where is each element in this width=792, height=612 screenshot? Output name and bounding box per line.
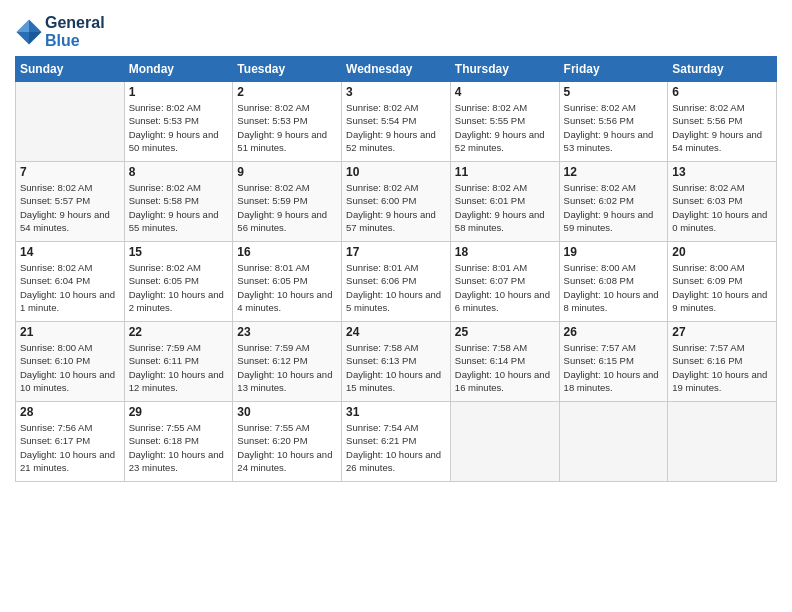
calendar-week-row: 14Sunrise: 8:02 AMSunset: 6:04 PMDayligh… — [16, 242, 777, 322]
logo-icon — [15, 18, 43, 46]
day-info: Sunrise: 8:01 AMSunset: 6:07 PMDaylight:… — [455, 261, 555, 314]
day-info: Sunrise: 7:54 AMSunset: 6:21 PMDaylight:… — [346, 421, 446, 474]
weekday-header-row: SundayMondayTuesdayWednesdayThursdayFrid… — [16, 57, 777, 82]
page-container: General Blue SundayMondayTuesdayWednesda… — [0, 0, 792, 492]
day-number: 14 — [20, 245, 120, 259]
day-info: Sunrise: 8:02 AMSunset: 5:56 PMDaylight:… — [564, 101, 664, 154]
day-info: Sunrise: 7:59 AMSunset: 6:11 PMDaylight:… — [129, 341, 229, 394]
calendar-week-row: 21Sunrise: 8:00 AMSunset: 6:10 PMDayligh… — [16, 322, 777, 402]
day-info: Sunrise: 8:02 AMSunset: 5:54 PMDaylight:… — [346, 101, 446, 154]
calendar-cell: 17Sunrise: 8:01 AMSunset: 6:06 PMDayligh… — [342, 242, 451, 322]
day-info: Sunrise: 7:59 AMSunset: 6:12 PMDaylight:… — [237, 341, 337, 394]
day-info: Sunrise: 8:02 AMSunset: 6:01 PMDaylight:… — [455, 181, 555, 234]
calendar-cell: 31Sunrise: 7:54 AMSunset: 6:21 PMDayligh… — [342, 402, 451, 482]
calendar-cell: 14Sunrise: 8:02 AMSunset: 6:04 PMDayligh… — [16, 242, 125, 322]
day-info: Sunrise: 8:02 AMSunset: 5:53 PMDaylight:… — [237, 101, 337, 154]
day-number: 28 — [20, 405, 120, 419]
day-number: 23 — [237, 325, 337, 339]
calendar-cell: 3Sunrise: 8:02 AMSunset: 5:54 PMDaylight… — [342, 82, 451, 162]
weekday-header-sunday: Sunday — [16, 57, 125, 82]
day-number: 16 — [237, 245, 337, 259]
calendar-cell: 4Sunrise: 8:02 AMSunset: 5:55 PMDaylight… — [450, 82, 559, 162]
calendar-cell: 20Sunrise: 8:00 AMSunset: 6:09 PMDayligh… — [668, 242, 777, 322]
calendar-cell: 21Sunrise: 8:00 AMSunset: 6:10 PMDayligh… — [16, 322, 125, 402]
day-info: Sunrise: 8:00 AMSunset: 6:10 PMDaylight:… — [20, 341, 120, 394]
day-number: 13 — [672, 165, 772, 179]
day-info: Sunrise: 7:56 AMSunset: 6:17 PMDaylight:… — [20, 421, 120, 474]
calendar-cell: 7Sunrise: 8:02 AMSunset: 5:57 PMDaylight… — [16, 162, 125, 242]
day-number: 9 — [237, 165, 337, 179]
day-number: 25 — [455, 325, 555, 339]
weekday-header-friday: Friday — [559, 57, 668, 82]
svg-marker-3 — [29, 32, 42, 45]
weekday-header-tuesday: Tuesday — [233, 57, 342, 82]
day-number: 20 — [672, 245, 772, 259]
calendar-cell — [450, 402, 559, 482]
day-info: Sunrise: 8:02 AMSunset: 6:00 PMDaylight:… — [346, 181, 446, 234]
svg-marker-0 — [29, 19, 42, 32]
day-info: Sunrise: 8:02 AMSunset: 6:03 PMDaylight:… — [672, 181, 772, 234]
calendar-cell: 22Sunrise: 7:59 AMSunset: 6:11 PMDayligh… — [124, 322, 233, 402]
calendar-cell: 2Sunrise: 8:02 AMSunset: 5:53 PMDaylight… — [233, 82, 342, 162]
header: General Blue — [15, 10, 777, 50]
calendar-cell: 29Sunrise: 7:55 AMSunset: 6:18 PMDayligh… — [124, 402, 233, 482]
day-info: Sunrise: 8:02 AMSunset: 6:05 PMDaylight:… — [129, 261, 229, 314]
day-info: Sunrise: 8:01 AMSunset: 6:06 PMDaylight:… — [346, 261, 446, 314]
svg-marker-2 — [16, 32, 29, 45]
day-info: Sunrise: 8:02 AMSunset: 5:55 PMDaylight:… — [455, 101, 555, 154]
day-number: 19 — [564, 245, 664, 259]
day-info: Sunrise: 7:58 AMSunset: 6:13 PMDaylight:… — [346, 341, 446, 394]
day-info: Sunrise: 7:57 AMSunset: 6:16 PMDaylight:… — [672, 341, 772, 394]
day-number: 5 — [564, 85, 664, 99]
day-info: Sunrise: 8:02 AMSunset: 6:04 PMDaylight:… — [20, 261, 120, 314]
calendar-cell: 30Sunrise: 7:55 AMSunset: 6:20 PMDayligh… — [233, 402, 342, 482]
calendar-week-row: 28Sunrise: 7:56 AMSunset: 6:17 PMDayligh… — [16, 402, 777, 482]
calendar-cell: 19Sunrise: 8:00 AMSunset: 6:08 PMDayligh… — [559, 242, 668, 322]
calendar-cell: 28Sunrise: 7:56 AMSunset: 6:17 PMDayligh… — [16, 402, 125, 482]
day-info: Sunrise: 7:57 AMSunset: 6:15 PMDaylight:… — [564, 341, 664, 394]
calendar-table: SundayMondayTuesdayWednesdayThursdayFrid… — [15, 56, 777, 482]
day-number: 26 — [564, 325, 664, 339]
calendar-cell: 26Sunrise: 7:57 AMSunset: 6:15 PMDayligh… — [559, 322, 668, 402]
day-info: Sunrise: 8:02 AMSunset: 6:02 PMDaylight:… — [564, 181, 664, 234]
calendar-cell: 25Sunrise: 7:58 AMSunset: 6:14 PMDayligh… — [450, 322, 559, 402]
calendar-cell: 23Sunrise: 7:59 AMSunset: 6:12 PMDayligh… — [233, 322, 342, 402]
day-number: 11 — [455, 165, 555, 179]
calendar-cell: 24Sunrise: 7:58 AMSunset: 6:13 PMDayligh… — [342, 322, 451, 402]
day-number: 30 — [237, 405, 337, 419]
calendar-cell: 5Sunrise: 8:02 AMSunset: 5:56 PMDaylight… — [559, 82, 668, 162]
day-info: Sunrise: 8:02 AMSunset: 5:58 PMDaylight:… — [129, 181, 229, 234]
day-number: 2 — [237, 85, 337, 99]
day-number: 8 — [129, 165, 229, 179]
calendar-cell: 9Sunrise: 8:02 AMSunset: 5:59 PMDaylight… — [233, 162, 342, 242]
day-number: 1 — [129, 85, 229, 99]
calendar-cell: 27Sunrise: 7:57 AMSunset: 6:16 PMDayligh… — [668, 322, 777, 402]
calendar-cell: 15Sunrise: 8:02 AMSunset: 6:05 PMDayligh… — [124, 242, 233, 322]
day-number: 4 — [455, 85, 555, 99]
day-info: Sunrise: 8:00 AMSunset: 6:09 PMDaylight:… — [672, 261, 772, 314]
day-number: 21 — [20, 325, 120, 339]
day-number: 31 — [346, 405, 446, 419]
day-number: 24 — [346, 325, 446, 339]
logo: General Blue — [15, 14, 105, 50]
weekday-header-saturday: Saturday — [668, 57, 777, 82]
calendar-cell: 16Sunrise: 8:01 AMSunset: 6:05 PMDayligh… — [233, 242, 342, 322]
logo-text: General Blue — [45, 14, 105, 50]
weekday-header-thursday: Thursday — [450, 57, 559, 82]
day-info: Sunrise: 8:02 AMSunset: 5:56 PMDaylight:… — [672, 101, 772, 154]
calendar-cell: 12Sunrise: 8:02 AMSunset: 6:02 PMDayligh… — [559, 162, 668, 242]
day-info: Sunrise: 8:00 AMSunset: 6:08 PMDaylight:… — [564, 261, 664, 314]
calendar-cell: 8Sunrise: 8:02 AMSunset: 5:58 PMDaylight… — [124, 162, 233, 242]
day-info: Sunrise: 8:02 AMSunset: 5:57 PMDaylight:… — [20, 181, 120, 234]
day-number: 22 — [129, 325, 229, 339]
weekday-header-monday: Monday — [124, 57, 233, 82]
day-number: 17 — [346, 245, 446, 259]
day-info: Sunrise: 8:02 AMSunset: 5:59 PMDaylight:… — [237, 181, 337, 234]
calendar-cell: 13Sunrise: 8:02 AMSunset: 6:03 PMDayligh… — [668, 162, 777, 242]
day-number: 15 — [129, 245, 229, 259]
calendar-week-row: 7Sunrise: 8:02 AMSunset: 5:57 PMDaylight… — [16, 162, 777, 242]
day-info: Sunrise: 8:01 AMSunset: 6:05 PMDaylight:… — [237, 261, 337, 314]
day-info: Sunrise: 8:02 AMSunset: 5:53 PMDaylight:… — [129, 101, 229, 154]
day-number: 3 — [346, 85, 446, 99]
day-number: 27 — [672, 325, 772, 339]
